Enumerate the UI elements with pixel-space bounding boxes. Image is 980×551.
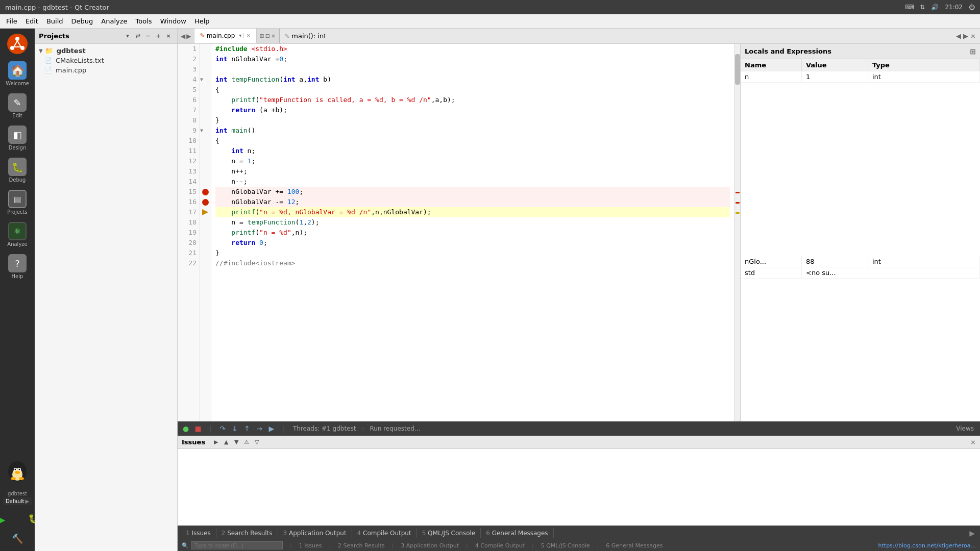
tab-nav-forward[interactable]: ▶ xyxy=(186,33,191,40)
bottom-tabs-scroll-right[interactable]: ▶ xyxy=(969,529,975,537)
sidebar-icon-design[interactable]: ◧ Design xyxy=(2,122,33,154)
sidebar-label-projects: Projects xyxy=(7,209,27,215)
code-content[interactable]: #include <stdio.h> int nGlobalVar =0; in… xyxy=(211,44,734,421)
projects-close-btn[interactable]: × xyxy=(164,32,173,41)
sidebar-icon-welcome[interactable]: 🏠 Welcome xyxy=(2,58,33,89)
gutter-line-22 xyxy=(200,258,211,268)
issues-btn-run[interactable]: ▶ xyxy=(211,438,220,447)
ln-14: 14 xyxy=(181,177,197,187)
issues-btn-filter[interactable]: ▽ xyxy=(252,438,261,447)
debug-btn-step-out[interactable]: ↑ xyxy=(242,423,252,434)
status-divider4: | xyxy=(466,542,468,549)
projects-add-btn[interactable]: + xyxy=(154,32,163,41)
debug-btn-green-circle[interactable]: ● xyxy=(181,423,191,434)
gutter-line-12 xyxy=(200,156,211,166)
code-editor[interactable]: 1 2 3 4 5 6 7 8 9 10 11 12 13 14 15 16 1 xyxy=(178,44,740,421)
menu-build[interactable]: Build xyxy=(42,16,67,27)
locals-row-nglo: nGlo... 88 int xyxy=(741,256,980,267)
tab-maincpp-label: main.cpp xyxy=(207,32,235,39)
bottom-tab-appoutput[interactable]: 3 Application Output xyxy=(278,528,352,538)
projects-collapse-btn[interactable]: − xyxy=(143,32,153,41)
code-line-14: n--; xyxy=(215,177,730,187)
gutter-line-16[interactable] xyxy=(200,197,211,207)
issues-btn-up[interactable]: ▲ xyxy=(222,438,231,447)
tab-dropdown-arrow[interactable]: ▾ xyxy=(239,33,241,38)
gutter-line-17[interactable] xyxy=(200,207,211,217)
bottom-tab-search[interactable]: 2 Search Results xyxy=(216,528,278,538)
run-button[interactable]: ▶ xyxy=(0,511,16,528)
locals-table: Name Value Type n 1 int nGlo... xyxy=(741,59,980,421)
sidebar-icon-help[interactable]: ? Help xyxy=(2,251,33,282)
sidebar-icon-ubuntu[interactable] xyxy=(2,31,33,57)
debug-btn-step-over[interactable]: ↷ xyxy=(217,423,228,434)
bottom-tab-general[interactable]: 6 General Messages xyxy=(481,528,553,538)
split-btn[interactable]: ⊟ xyxy=(265,33,270,39)
gutter-line-10 xyxy=(200,136,211,146)
debug-btn-red-square[interactable]: ■ xyxy=(193,423,203,434)
projects-panel: Projects ▾ ⇄ − + × ▼ 📁 gdbtest 📄 CMakeLi… xyxy=(35,29,178,551)
menu-edit[interactable]: Edit xyxy=(21,16,42,27)
tree-arrow: ▼ xyxy=(39,48,43,54)
menu-help[interactable]: Help xyxy=(190,16,214,27)
debug-btn-run-to[interactable]: → xyxy=(254,423,264,434)
issues-btn-warning[interactable]: ⚠ xyxy=(242,438,251,447)
issues-btn-down[interactable]: ▼ xyxy=(232,438,241,447)
debug-btn-run[interactable]: ▶ xyxy=(266,423,277,434)
ln-4: 4 xyxy=(181,74,197,85)
new-split-btn[interactable]: ⊞ xyxy=(260,33,264,39)
build-button[interactable]: 🔨 xyxy=(2,531,33,546)
gutter-line-4: ▼ xyxy=(200,74,211,85)
sidebar-icon-analyze[interactable]: ⚛ Analyze xyxy=(2,219,33,250)
locals-col-value: Value xyxy=(802,59,868,71)
menu-debug[interactable]: Debug xyxy=(67,16,97,27)
code-scrollbar[interactable] xyxy=(734,44,740,421)
tab-nav-left: ◀ ▶ xyxy=(178,29,194,43)
search-icon: 🔍 xyxy=(182,542,189,549)
func-nav-back[interactable]: ◀ xyxy=(956,32,961,40)
file-icon-main: 📄 xyxy=(45,67,52,73)
debug-btn-step-into[interactable]: ↓ xyxy=(230,423,240,434)
fold-arrow-4[interactable]: ▼ xyxy=(200,74,203,85)
gutter-line-15[interactable] xyxy=(200,187,211,197)
locals-expand-btn[interactable]: ⊞ xyxy=(970,47,976,56)
menu-tools[interactable]: Tools xyxy=(132,16,156,27)
scroll-handle[interactable] xyxy=(735,54,740,85)
menu-file[interactable]: File xyxy=(2,16,21,27)
sidebar-label-help: Help xyxy=(12,273,23,279)
bottom-tab-compile[interactable]: 4 Compile Output xyxy=(352,528,417,538)
ln-5: 5 xyxy=(181,85,197,95)
menu-window[interactable]: Window xyxy=(156,16,190,27)
views-btn[interactable]: Views xyxy=(953,424,977,433)
func-nav-forward[interactable]: ▶ xyxy=(963,32,968,40)
sidebar-icon-edit[interactable]: ✎ Edit xyxy=(2,90,33,121)
sidebar-icon-debug[interactable]: 🐛 Debug xyxy=(2,155,33,186)
menu-analyze[interactable]: Analyze xyxy=(97,16,131,27)
tab-modified-icon: ✎ xyxy=(200,32,204,39)
projects-sync-btn[interactable]: ⇄ xyxy=(133,32,142,41)
sidebar-icon-tux[interactable] xyxy=(2,457,33,486)
tab-nav-back[interactable]: ◀ xyxy=(181,33,185,40)
bottom-tabs-scroll: ▶ xyxy=(967,529,977,537)
tree-item-cmakelists[interactable]: 📄 CMakeLists.txt xyxy=(35,56,177,65)
svg-point-12 xyxy=(19,469,20,470)
bottom-tab-qml[interactable]: 5 QML/JS Console xyxy=(417,528,481,538)
search-input[interactable] xyxy=(191,541,283,549)
tab-maincpp[interactable]: ✎ main.cpp ▾ × xyxy=(194,29,256,43)
locals-col-type: Type xyxy=(868,59,980,71)
locals-row-std: std <no su... xyxy=(741,267,980,279)
bottom-tab-issues[interactable]: 1 Issues xyxy=(181,528,216,538)
projects-filter-btn[interactable]: ▾ xyxy=(123,32,132,41)
locals-cell-nglo-name: nGlo... xyxy=(741,256,802,267)
issues-close-btn[interactable]: × xyxy=(970,438,976,446)
tree-item-maincpp[interactable]: 📄 main.cpp xyxy=(35,65,177,75)
locals-cell-nglo-value: 88 xyxy=(802,256,868,267)
code-line-13: n++; xyxy=(215,166,730,177)
sidebar-icon-projects[interactable]: ▤ Projects xyxy=(2,187,33,218)
fold-arrow-9[interactable]: ▼ xyxy=(200,126,203,136)
tab-panel-close[interactable]: × xyxy=(271,33,276,39)
status-divider2: | xyxy=(329,542,331,549)
gutter-line-1 xyxy=(200,44,211,54)
tree-item-gdbtest[interactable]: ▼ 📁 gdbtest xyxy=(35,46,177,56)
tab-maincpp-close[interactable]: × xyxy=(246,32,251,39)
func-nav-close[interactable]: × xyxy=(970,32,976,40)
